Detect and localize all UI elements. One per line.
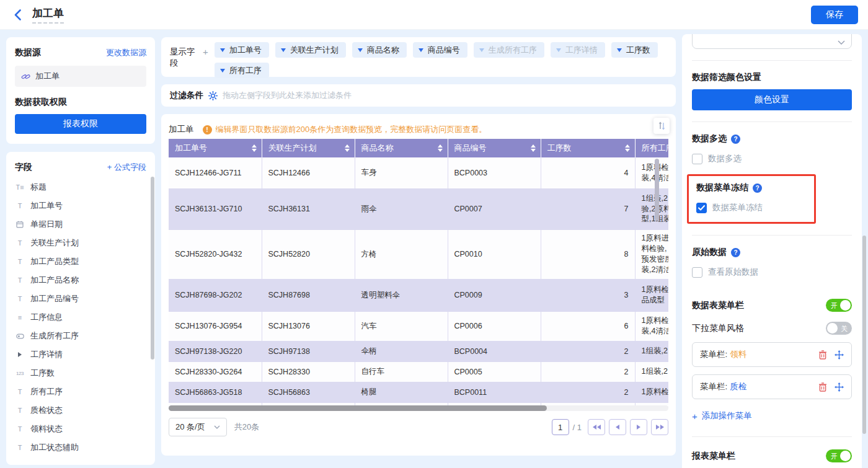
datasource-panel: 数据源 更改数据源 加工单 数据获取权限 报表权限 (6, 37, 155, 144)
col-header-order-no[interactable]: 加工单号 (169, 139, 262, 157)
table-row[interactable]: SCJH28330-JG264SCJH28330自行车CP000521组装,2 (169, 361, 668, 382)
multi-select-title: 数据多选 (692, 133, 727, 144)
table-row[interactable]: SCJH36131-JG710SCJH36131雨伞CP000771组装,2 验… (169, 188, 668, 229)
field-item-product-name[interactable]: T加工产品名称 (15, 271, 146, 289)
page-number-input[interactable]: 1 (552, 419, 569, 435)
field-item-qc-status[interactable]: T质检状态 (15, 401, 146, 420)
dropdown-style-toggle[interactable]: 关 (826, 322, 852, 335)
chip-all-proc[interactable]: 所有工序 (215, 63, 269, 78)
prev-page-button[interactable] (609, 419, 626, 435)
menu-item-qc[interactable]: 菜单栏: 质检 (692, 374, 852, 399)
question-icon[interactable]: ? (753, 183, 762, 193)
field-item-status-aux[interactable]: T加工状态辅助 (15, 438, 146, 457)
scrollbar-thumb[interactable] (169, 405, 547, 411)
freeze-checkbox-row[interactable]: 数据菜单冻结 (696, 202, 807, 213)
last-page-button[interactable] (651, 419, 668, 435)
table-row[interactable]: SCJH87698-JG202SCJH87698透明塑料伞CP000931原料检… (169, 279, 668, 311)
checkbox-checked-icon[interactable] (696, 203, 707, 213)
field-item-all-proc[interactable]: T所有工序 (15, 382, 146, 401)
move-icon[interactable] (835, 382, 844, 392)
table-row[interactable]: SCJH97138-JG220SCJH97138伞柄BCP000421组装,2 (169, 341, 668, 361)
settings-dropdown[interactable] (692, 34, 852, 49)
chip-product-name[interactable]: 商品名称 (352, 42, 407, 58)
chevron-down-icon (220, 48, 225, 52)
checkbox-label: 数据菜单冻结 (712, 202, 763, 213)
field-item-proc-count[interactable]: 123工序数 (15, 364, 146, 382)
question-icon[interactable]: ? (731, 135, 740, 144)
chip-plan[interactable]: 关联生产计划 (275, 42, 346, 58)
chevron-down-icon (358, 48, 363, 52)
chip-proc-detail[interactable]: 工序详情 (551, 42, 605, 58)
formula-field-link[interactable]: + 公式字段 (107, 162, 146, 173)
field-item-date[interactable]: 单据日期 (15, 215, 146, 234)
field-item-gen-all-proc[interactable]: 生成所有工序 (15, 327, 146, 345)
move-icon[interactable] (835, 350, 844, 360)
multi-select-checkbox-row[interactable]: 数据多选 (692, 153, 852, 164)
report-permission-button[interactable]: 报表权限 (15, 114, 146, 134)
change-datasource-link[interactable]: 更改数据源 (106, 47, 146, 58)
chevron-down-icon (220, 69, 225, 73)
right-icon (637, 425, 640, 430)
table-horizontal-scrollbar[interactable] (169, 405, 668, 411)
question-icon[interactable]: ? (731, 248, 740, 257)
fields-scrollbar[interactable] (151, 177, 154, 360)
table-scroll-area[interactable]: 加工单号 关联生产计划 商品名称 商品编号 工序数 所有工序 SCJH12466… (169, 139, 668, 407)
field-item-proc-info[interactable]: ≡工序信息 (15, 308, 146, 327)
table-row[interactable]: SCJH13076-JG954SCJH13076汽车CP000661原料检 装,… (169, 311, 668, 341)
field-label: 生成所有工序 (30, 330, 79, 342)
checkbox-unchecked-icon[interactable] (692, 154, 702, 164)
text-icon: T (15, 407, 25, 414)
back-button[interactable] (10, 7, 25, 22)
chip-label: 加工单号 (229, 45, 262, 56)
table-menubar-toggle[interactable]: 开 (826, 299, 852, 312)
add-action-menu-link[interactable]: + 添加操作菜单 (692, 410, 852, 422)
color-setting-button[interactable]: 颜色设置 (692, 89, 852, 110)
field-item-title[interactable]: T≡标题 (15, 178, 146, 196)
col-header-plan[interactable]: 关联生产计划 (262, 139, 355, 157)
field-item-plan[interactable]: T关联生产计划 (15, 234, 146, 252)
col-header-code[interactable]: 商品编号 (448, 139, 541, 157)
double-right-icon (660, 425, 664, 430)
field-item-material-status[interactable]: T领料状态 (15, 420, 146, 438)
chip-label: 工序详情 (565, 45, 598, 56)
col-header-product[interactable]: 商品名称 (355, 139, 448, 157)
save-button[interactable]: 保存 (811, 6, 858, 24)
col-header-count[interactable]: 工序数 (541, 139, 635, 157)
sort-order-button[interactable] (653, 118, 670, 134)
first-page-button[interactable] (588, 419, 605, 435)
chip-proc-count[interactable]: 工序数 (611, 42, 658, 58)
col-header-label: 关联生产计划 (268, 143, 317, 152)
col-header-label: 商品名称 (361, 143, 394, 152)
settings-scrollbar[interactable] (862, 236, 866, 434)
report-menubar-title: 报表菜单栏 (692, 451, 735, 462)
table-row[interactable]: SCJH12466-JG711SCJH12466车身BCP000341原料检 装… (169, 157, 668, 188)
page-size-select[interactable]: 20 条/页 (169, 418, 227, 436)
field-item-proc-detail[interactable]: 工序详情 (15, 345, 146, 364)
chip-gen-all-proc[interactable]: 生成所有工序 (474, 42, 544, 58)
link-icon (21, 72, 30, 81)
next-page-button[interactable] (630, 419, 647, 435)
gear-icon[interactable] (208, 91, 218, 100)
table-row[interactable]: SCJH56863-JG518SCJH56863椅腿BCP001121原料检 (169, 382, 668, 402)
field-item-product-code[interactable]: T加工产品编号 (15, 289, 146, 308)
field-item-order-no[interactable]: T加工单号 (15, 196, 146, 215)
table-row[interactable]: SCJH52820-JG432SCJH52820方椅CP001081原料进 料检… (169, 229, 668, 279)
fields-title: 字段 (15, 162, 32, 173)
trash-icon[interactable] (818, 350, 827, 360)
toggle-knob (840, 300, 851, 311)
col-header-procedures[interactable]: 所有工序 (635, 139, 668, 157)
add-field-button[interactable]: + (203, 46, 208, 57)
text-icon: T (15, 239, 25, 247)
chip-order-no[interactable]: 加工单号 (215, 42, 269, 58)
report-menubar-toggle[interactable]: 开 (826, 449, 852, 462)
chip-product-code[interactable]: 商品编号 (413, 42, 467, 58)
raw-data-checkbox-row[interactable]: 查看原始数据 (692, 267, 852, 278)
chevron-down-icon (617, 48, 622, 52)
sort-arrows-icon (658, 121, 666, 130)
checkbox-unchecked-icon[interactable] (692, 267, 702, 278)
trash-icon[interactable] (818, 382, 827, 392)
field-item-product-type[interactable]: T加工产品类型 (15, 252, 146, 271)
datasource-item[interactable]: 加工单 (15, 66, 146, 87)
menu-item-material[interactable]: 菜单栏: 领料 (692, 342, 852, 367)
table-vertical-scrollbar[interactable] (655, 159, 659, 221)
